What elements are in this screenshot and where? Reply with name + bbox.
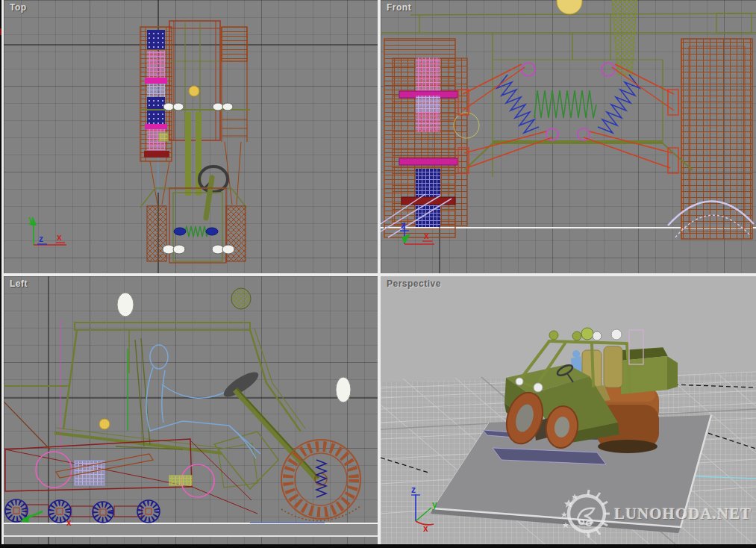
axis-z-label: z (401, 220, 405, 231)
viewport-front[interactable]: Front (381, 0, 756, 273)
axis-z-label: z (411, 485, 416, 495)
front-coil-spring-left (497, 75, 539, 133)
top-cargo-bed (169, 21, 220, 140)
axis-x-label: x (66, 517, 72, 528)
left-seat (116, 338, 183, 449)
watermark-text: LUNOHODA.NET (614, 505, 752, 523)
top-axis-gizmo: y x z (28, 214, 66, 245)
left-edge-separator (1, 0, 4, 544)
viewport-divider-vertical[interactable] (378, 0, 381, 544)
left-view-wireframe: x (4, 276, 378, 544)
axis-x-label: x (57, 232, 62, 243)
viewport-top[interactable]: Top (4, 0, 378, 273)
lunohoda-logo-icon (561, 489, 610, 538)
persp-headlight (534, 383, 543, 392)
front-suspension (454, 60, 693, 173)
axis-y-label: y (28, 214, 34, 225)
axis-x-label: x (423, 523, 428, 534)
axis-z-label: z (39, 234, 43, 244)
front-view-wireframe: z x (381, 0, 756, 273)
front-coil-spring-right (598, 75, 640, 133)
bottom-edge (0, 544, 756, 548)
viewport-perspective[interactable]: Perspective (381, 276, 756, 544)
left-steering (220, 368, 319, 479)
axis-y-label: y (432, 499, 437, 510)
front-yellow-light (557, 0, 582, 14)
viewport-divider-horizontal[interactable] (0, 273, 756, 276)
viewport-left[interactable]: Left (4, 276, 378, 544)
top-front-wheel-left (147, 206, 166, 261)
top-axle-spring (185, 226, 208, 237)
quad-viewport-frame: Top (0, 0, 756, 548)
watermark: LUNOHODA.NET (561, 489, 752, 538)
axis-x-label: x (424, 231, 429, 241)
top-view-wireframe: y x z (4, 0, 378, 273)
front-green-spring (534, 90, 596, 118)
front-left-track (381, 39, 467, 237)
front-right-wheel (668, 39, 754, 239)
viewport-front-label: Front (387, 2, 411, 13)
viewport-top-label: Top (10, 2, 27, 13)
viewport-left-label: Left (10, 278, 28, 289)
left-front-wheel (250, 440, 360, 523)
top-left-track (140, 27, 172, 161)
top-yellow-light (189, 86, 199, 96)
front-lattice-cylinder (612, 0, 637, 75)
persp-rover (501, 328, 678, 453)
persp-headlight (516, 378, 523, 385)
left-track-assembly (4, 402, 257, 523)
viewport-perspective-label: Perspective (387, 278, 441, 289)
left-cab-frame (4, 323, 305, 489)
